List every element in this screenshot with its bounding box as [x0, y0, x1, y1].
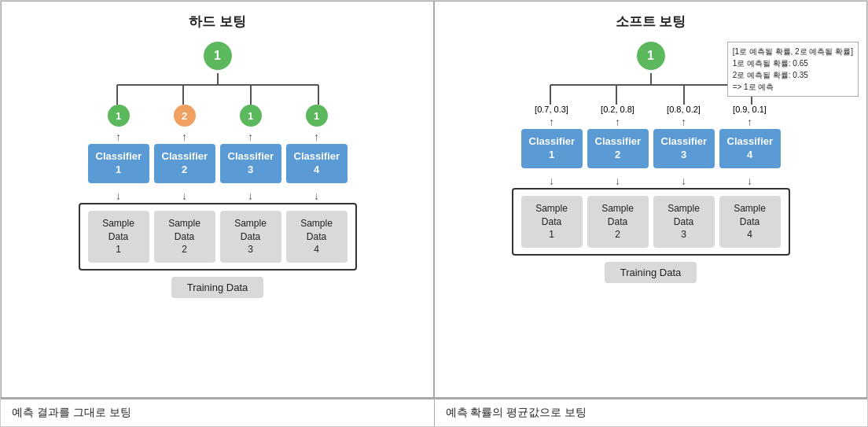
hard-sample-3: SampleData3	[220, 211, 281, 263]
hard-classifier-3: Classifier3	[220, 144, 281, 183]
hard-bracket-svg	[84, 73, 351, 105]
soft-sample-2: SampleData2	[587, 196, 649, 248]
soft-prob-2: [0.2, 0.8]	[587, 105, 649, 114]
soft-classifier-2: Classifier2	[587, 129, 649, 168]
hard-sample-2: SampleData2	[154, 211, 215, 263]
hard-pred-nodes-row: 1 2 1 1	[88, 105, 348, 129]
hard-voting-title: 하드 보팅	[9, 13, 425, 31]
hard-sample-4: SampleData4	[286, 211, 348, 263]
soft-voting-panel: 소프트 보팅 [1로 예측될 확률, 2로 예측될 확률] 1로 예측될 확률:…	[434, 1, 867, 398]
hard-caption: 예측 결과를 그대로 보팅	[1, 399, 435, 426]
hard-top-node: 1	[204, 42, 232, 70]
hard-pred-4: 1	[306, 105, 328, 127]
soft-sample-4: SampleData4	[719, 196, 781, 248]
soft-voting-title: 소프트 보팅	[443, 13, 859, 31]
soft-prob-1: [0.7, 0.3]	[521, 105, 583, 114]
hard-classifier-4: Classifier4	[286, 144, 348, 183]
soft-classifier-1: Classifier1	[521, 129, 583, 168]
hard-classifiers-row: Classifier1 Classifier2 Classifier3 Clas…	[88, 144, 348, 183]
hard-classifier-1: Classifier1	[88, 144, 149, 183]
hard-arrows-row: ↑ ↑ ↑ ↑	[88, 131, 348, 143]
soft-sample-1: SampleData1	[521, 196, 583, 248]
soft-prob-labels: [0.7, 0.3] [0.2, 0.8] [0.8, 0.2] [0.9, 0…	[521, 105, 781, 114]
soft-training-data: Training Data	[605, 262, 697, 283]
soft-classifier-4: Classifier4	[719, 129, 781, 168]
hard-training-data: Training Data	[171, 277, 264, 298]
soft-arrows-row: ↑ ↑ ↑ ↑	[521, 116, 781, 128]
hard-pred-3: 1	[240, 105, 262, 127]
hard-pred-1: 1	[108, 105, 130, 127]
soft-prob-3: [0.8, 0.2]	[653, 105, 715, 114]
soft-samples-box: SampleData1 SampleData2 SampleData3 Samp…	[512, 188, 790, 256]
footer: 예측 결과를 그대로 보팅 예측 확률의 평균값으로 보팅	[1, 399, 867, 426]
hard-down-arrows: ↓ ↓ ↓ ↓	[88, 190, 348, 202]
main-content: 하드 보팅 1 1	[1, 1, 867, 399]
soft-prob-4: [0.9, 0.1]	[719, 105, 781, 114]
soft-top-node: 1	[637, 42, 665, 70]
soft-classifiers-row: Classifier1 Classifier2 Classifier3 Clas…	[521, 129, 781, 168]
soft-classifier-3: Classifier3	[653, 129, 715, 168]
hard-voting-panel: 하드 보팅 1 1	[1, 1, 434, 398]
hard-classifier-2: Classifier2	[154, 144, 215, 183]
soft-sample-3: SampleData3	[653, 196, 715, 248]
hard-pred-2: 2	[174, 105, 196, 127]
soft-down-arrows: ↓ ↓ ↓ ↓	[521, 175, 781, 187]
hard-samples-box: SampleData1 SampleData2 SampleData3 Samp…	[79, 203, 357, 271]
soft-caption: 예측 확률의 평균값으로 보팅	[435, 399, 868, 426]
hard-sample-1: SampleData1	[88, 211, 149, 263]
soft-info-box: [1로 예측될 확률, 2로 예측될 확률] 1로 예측될 확률: 0.65 2…	[727, 42, 859, 97]
